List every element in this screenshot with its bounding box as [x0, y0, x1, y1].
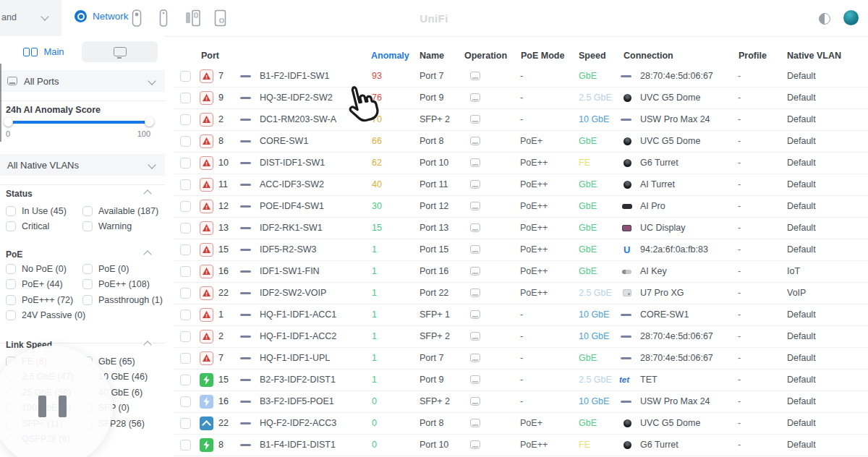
operation-device-icon[interactable] — [470, 419, 480, 427]
anomaly-score-slider[interactable] — [7, 121, 151, 124]
site-switcher[interactable]: and — [0, 0, 61, 36]
avatar[interactable] — [843, 10, 859, 25]
header-connection[interactable]: Connection — [624, 46, 673, 65]
row-checkbox[interactable] — [180, 114, 191, 125]
filter-checkbox[interactable]: Warning — [82, 221, 161, 231]
row-checkbox[interactable] — [180, 158, 191, 168]
table-row[interactable]: 1HQ-F1-IDF1-ACC11SFP+ 1-10 GbECORE-SW1-D… — [174, 304, 868, 326]
table-row[interactable]: 15IDF5-R2-SW31Port 15PoE++GbEU94:2a:6f:0… — [174, 239, 868, 261]
operation-device-icon[interactable] — [470, 72, 480, 80]
table-row[interactable]: 11ACC-IDF3-SW240Port 11PoE++GbEAI Turret… — [174, 174, 868, 196]
table-row[interactable]: 15B2-F3-IDF2-DIST11Port 9-2.5 GbEtetTET-… — [174, 370, 868, 391]
connect-app-icon[interactable] — [214, 9, 226, 30]
filter-checkbox[interactable]: Passthrough (1) — [82, 295, 163, 305]
header-operation[interactable]: Operation — [464, 46, 507, 65]
filter-checkbox[interactable]: PoE (0) — [82, 264, 163, 274]
row-checkbox[interactable] — [180, 93, 191, 103]
header-poe-mode[interactable]: PoE Mode — [521, 46, 564, 65]
table-row[interactable]: 10DIST-IDF1-SW162Port 10PoE++FEG6 Turret… — [174, 153, 868, 174]
operation-device-icon[interactable] — [470, 375, 480, 384]
checkbox[interactable] — [82, 206, 93, 216]
access-app-icon[interactable] — [185, 9, 201, 30]
table-row[interactable]: 2HQ-F1-IDF1-ACC21SFP+ 2-10 GbE28:70:4e:5… — [174, 326, 868, 348]
header-profile[interactable]: Profile — [739, 46, 767, 65]
row-checkbox[interactable] — [180, 71, 191, 82]
operation-device-icon[interactable] — [470, 440, 480, 449]
checkbox[interactable] — [6, 206, 16, 216]
table-row[interactable]: 22IDF2-SW2-VOIP1Port 22PoE++2.5 GbEU7 Pr… — [174, 283, 868, 304]
table-row[interactable]: 12POE-IDF4-SW130Port 12PoE++GbEAI Pro-De… — [174, 196, 868, 218]
theme-toggle-icon[interactable] — [819, 13, 830, 25]
checkbox[interactable] — [6, 279, 16, 289]
header-speed[interactable]: Speed — [579, 46, 606, 65]
table-row[interactable]: 2DC1-RM203-SW-A70SFP+ 2-10 GbEUSW Pro Ma… — [174, 109, 868, 131]
table-row[interactable]: 8CORE-SW166Port 8PoE+GbEUVC G5 Dome-Defa… — [174, 131, 868, 153]
slider-handle-max[interactable] — [145, 117, 154, 127]
tab-main[interactable]: Main — [6, 41, 82, 62]
filter-checkbox[interactable]: Available (187) — [82, 206, 161, 216]
filter-checkbox[interactable]: PoE+++ (72) — [6, 295, 82, 305]
header-port[interactable]: Port — [201, 46, 219, 65]
row-checkbox[interactable] — [180, 353, 191, 364]
collapse-status-icon[interactable] — [143, 189, 151, 197]
table-row[interactable]: 7HQ-F1-IDF1-UPL1Port 7-GbE28:70:4e:5d:06… — [174, 348, 868, 370]
operation-device-icon[interactable] — [470, 267, 480, 276]
row-checkbox[interactable] — [180, 244, 191, 255]
checkbox[interactable] — [6, 221, 16, 231]
tab-devices[interactable] — [82, 41, 158, 62]
header-name[interactable]: Name — [420, 46, 444, 65]
table-row[interactable]: 7B1-F2-IDF1-SW193Port 7-GbE28:70:4e:5d:0… — [174, 66, 868, 87]
row-checkbox[interactable] — [180, 266, 191, 277]
table-row[interactable]: 13IDF2-RK1-SW115Port 13PoE++GbEUC Displa… — [174, 218, 868, 239]
operation-device-icon[interactable] — [470, 158, 480, 167]
operation-device-icon[interactable] — [470, 397, 480, 406]
operation-device-icon[interactable] — [470, 223, 480, 232]
table-row[interactable]: 9HQ-3E-IDF2-SW276Port 9-2.5 GbEUVC G5 Do… — [174, 87, 868, 109]
operation-device-icon[interactable] — [470, 137, 480, 145]
filter-checkbox[interactable]: 24V Passive (0) — [6, 310, 82, 320]
row-checkbox[interactable] — [180, 331, 191, 342]
checkbox[interactable] — [6, 264, 16, 274]
header-native-vlan[interactable]: Native VLAN — [787, 46, 841, 65]
row-checkbox[interactable] — [180, 418, 191, 429]
row-checkbox[interactable] — [180, 309, 191, 320]
checkbox[interactable] — [6, 295, 16, 305]
talk-app-icon[interactable] — [159, 9, 168, 30]
filter-checkbox[interactable]: PoE++ (108) — [82, 279, 163, 289]
table-row[interactable]: 22HQ-F2-IDF2-ACC30Port 8PoE+GbEUVC G5 Do… — [174, 413, 868, 435]
checkbox[interactable] — [6, 310, 16, 320]
table-row[interactable]: 8B1-F4-IDF1-DIST10Port 10PoE++FEG6 Turre… — [174, 435, 868, 456]
row-checkbox[interactable] — [180, 375, 191, 385]
filter-checkbox[interactable]: In Use (45) — [6, 206, 82, 216]
filter-checkbox[interactable]: No PoE (0) — [6, 264, 82, 274]
operation-device-icon[interactable] — [470, 332, 480, 341]
row-checkbox[interactable] — [180, 223, 191, 234]
header-anomaly[interactable]: Anomaly — [371, 46, 409, 65]
operation-device-icon[interactable] — [470, 310, 480, 319]
row-checkbox[interactable] — [180, 179, 191, 190]
checkbox[interactable] — [82, 221, 93, 231]
collapse-poe-icon[interactable] — [143, 250, 151, 258]
all-ports-select[interactable]: All Ports — [0, 70, 165, 92]
filter-checkbox[interactable]: Critical — [6, 221, 82, 231]
filter-checkbox[interactable]: PoE+ (44) — [6, 279, 82, 289]
slider-handle-min[interactable] — [4, 117, 13, 127]
row-checkbox[interactable] — [180, 136, 191, 147]
operation-device-icon[interactable] — [470, 245, 480, 254]
table-row[interactable]: 16IDF1-SW1-FIN1Port 16PoE++GbEAI Key-IoT — [174, 261, 868, 283]
row-checkbox[interactable] — [180, 440, 191, 450]
checkbox[interactable] — [82, 279, 93, 289]
operation-device-icon[interactable] — [470, 202, 480, 210]
operation-device-icon[interactable] — [470, 180, 480, 189]
operation-device-icon[interactable] — [470, 115, 480, 124]
operation-device-icon[interactable] — [470, 354, 480, 362]
row-checkbox[interactable] — [180, 201, 191, 212]
tab-network[interactable]: Network — [75, 10, 129, 22]
protect-app-icon[interactable] — [132, 9, 142, 30]
row-checkbox[interactable] — [180, 396, 191, 407]
native-vlan-select[interactable]: All Native VLANs — [0, 154, 165, 176]
checkbox[interactable] — [82, 295, 93, 305]
table-row[interactable]: 16B3-F2-IDF5-POE10SFP+ 2-10 GbEUSW Pro M… — [174, 391, 868, 413]
row-checkbox[interactable] — [180, 288, 191, 299]
checkbox[interactable] — [82, 264, 93, 274]
